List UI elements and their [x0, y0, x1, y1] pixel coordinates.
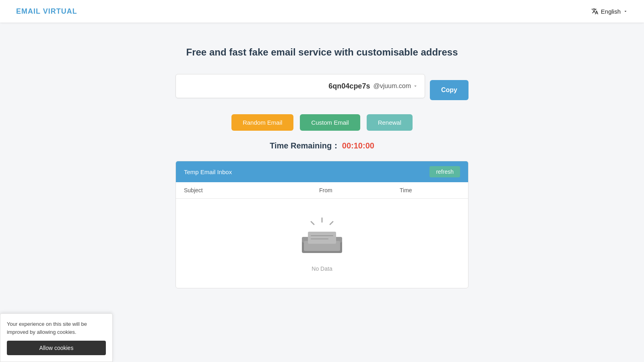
allow-cookies-button[interactable]: Allow cookies — [7, 341, 106, 355]
column-subject: Subject — [184, 187, 319, 193]
inbox-container: Temp Email Inbox refresh Subject From Ti… — [175, 161, 469, 288]
svg-line-1 — [311, 222, 314, 224]
cookie-message: Your experience on this site will be imp… — [7, 320, 106, 336]
random-email-button[interactable]: Random Email — [231, 114, 293, 131]
timer-value: 00:10:00 — [342, 141, 374, 150]
chevron-down-icon — [623, 9, 628, 14]
language-label: English — [601, 8, 621, 15]
renewal-button[interactable]: Renewal — [367, 114, 413, 131]
timer-label: Time Remaining： — [270, 141, 340, 150]
page-title: Free and fast fake email service with cu… — [186, 47, 458, 58]
email-local-part: 6qn04cpe7s — [182, 82, 370, 90]
svg-rect-6 — [308, 232, 336, 244]
email-domain: @vjuum.com — [373, 82, 411, 90]
action-buttons: Random Email Custom Email Renewal — [231, 114, 413, 131]
empty-inbox-icon — [296, 215, 348, 261]
inbox-header: Temp Email Inbox refresh — [176, 161, 468, 182]
chevron-down-icon — [413, 83, 418, 89]
language-selector[interactable]: English — [591, 8, 628, 15]
timer-row: Time Remaining： 00:10:00 — [270, 140, 374, 151]
svg-line-2 — [330, 222, 333, 224]
inbox-title: Temp Email Inbox — [184, 169, 232, 175]
empty-text: No Data — [312, 265, 332, 272]
custom-email-button[interactable]: Custom Email — [300, 114, 360, 131]
column-time: Time — [400, 187, 460, 193]
header: EMAIL VIRTUAL English — [0, 0, 644, 23]
cookie-banner: Your experience on this site will be imp… — [0, 313, 113, 362]
domain-selector[interactable]: @vjuum.com — [373, 82, 418, 90]
inbox-body: No Data — [176, 199, 468, 288]
column-from: From — [319, 187, 400, 193]
inbox-table-header: Subject From Time — [176, 182, 468, 199]
copy-button[interactable]: Copy — [430, 80, 469, 100]
email-box: 6qn04cpe7s @vjuum.com — [175, 74, 425, 98]
translate-icon — [591, 8, 599, 15]
email-display-row: 6qn04cpe7s @vjuum.com Copy — [175, 74, 469, 106]
refresh-button[interactable]: refresh — [429, 166, 460, 177]
site-logo: EMAIL VIRTUAL — [16, 7, 77, 16]
main-content: Free and fast fake email service with cu… — [0, 23, 644, 304]
